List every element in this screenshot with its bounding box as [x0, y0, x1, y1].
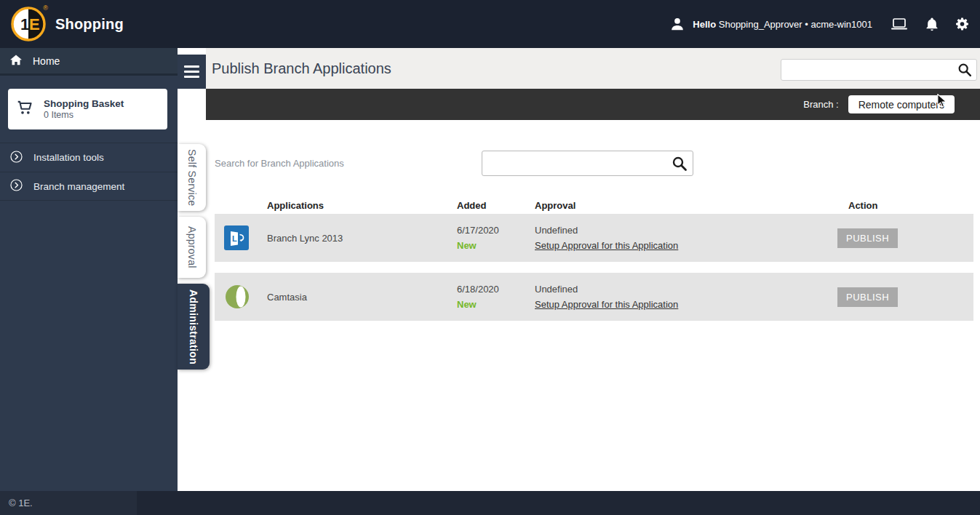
application-name: Camtasia	[267, 292, 457, 303]
greeting-user: Shopping_Approver • acme-win1001	[716, 19, 872, 30]
sidebar-item-label: Branch management	[33, 181, 124, 192]
user-icon	[669, 16, 685, 32]
svg-text:E: E	[29, 15, 40, 33]
header-search-box	[781, 59, 977, 81]
status-badge: New	[457, 240, 535, 251]
registered-mark: ®	[43, 4, 48, 12]
page-header: Publish Branch Applications	[206, 48, 980, 89]
gear-icon[interactable]	[955, 17, 970, 31]
publish-button[interactable]: PUBLISH	[837, 228, 898, 248]
approval-cell: Undefined Setup Approval for this Applic…	[535, 225, 834, 251]
col-applications: Applications	[267, 200, 457, 211]
branch-app-search-box	[482, 151, 693, 176]
app-title: Shopping	[55, 16, 124, 33]
shopping-basket-card[interactable]: Shopping Basket 0 Items	[8, 89, 167, 129]
sidebar-item-installation-tools[interactable]: Installation tools	[0, 143, 178, 172]
greeting-hello: Hello	[693, 19, 716, 30]
action-cell: PUBLISH	[834, 287, 973, 307]
tab-self-service[interactable]: Self Service	[178, 144, 206, 211]
home-icon	[9, 54, 23, 68]
sidebar-item-label: Installation tools	[33, 152, 104, 163]
table-header-row: Applications Added Approval Action	[215, 196, 973, 214]
status-badge: New	[457, 299, 535, 310]
sidebar-home-label: Home	[33, 55, 60, 67]
1e-logo-icon[interactable]: 1 E ®	[10, 6, 47, 42]
topbar: 1 E ® Shopping Hello Shopping_Approver •…	[0, 0, 980, 48]
setup-approval-link[interactable]: Setup Approval for this Application	[535, 299, 834, 310]
sidebar: Home Shopping Basket 0 Items	[0, 48, 178, 491]
action-cell: PUBLISH	[834, 228, 973, 248]
added-date: 6/17/2020	[457, 225, 535, 236]
sidebar-item-branch-management[interactable]: Branch management	[0, 172, 178, 201]
laptop-icon[interactable]	[890, 16, 909, 32]
approval-cell: Undefined Setup Approval for this Applic…	[535, 284, 834, 310]
page-title: Publish Branch Applications	[212, 60, 391, 77]
col-added: Added	[457, 200, 535, 211]
basket-text: Shopping Basket 0 Items	[44, 98, 124, 120]
app-window: 1 E ® Shopping Hello Shopping_Approver •…	[0, 0, 980, 515]
application-name: Branch Lync 2013	[267, 233, 457, 244]
cart-icon	[16, 98, 35, 120]
basket-items-count: 0 Items	[44, 110, 124, 120]
topbar-right: Hello Shopping_Approver • acme-win1001	[669, 16, 970, 32]
tab-approval[interactable]: Approval	[178, 217, 206, 278]
camtasia-icon	[215, 284, 267, 310]
tab-administration[interactable]: Administration	[178, 284, 210, 370]
chevron-circle-icon	[9, 178, 23, 194]
search-icon[interactable]	[957, 62, 973, 78]
chevron-circle-icon	[9, 150, 23, 166]
bell-icon[interactable]	[925, 16, 939, 32]
setup-approval-link[interactable]: Setup Approval for this Application	[535, 240, 834, 251]
svg-text:L: L	[232, 234, 237, 243]
sidebar-menu: Installation tools Branch management	[0, 143, 178, 201]
search-icon[interactable]	[671, 155, 688, 172]
branch-app-search-input[interactable]	[482, 158, 671, 169]
sidebar-item-home[interactable]: Home	[0, 48, 178, 76]
col-approval: Approval	[535, 200, 834, 211]
added-cell: 6/18/2020 New	[457, 284, 535, 310]
branch-toolbar: Branch : Remote computers	[206, 89, 980, 120]
user-greeting: Hello Shopping_Approver • acme-win1001	[693, 19, 872, 30]
header-search-input[interactable]	[781, 64, 957, 76]
branch-label: Branch :	[803, 99, 838, 110]
added-date: 6/18/2020	[457, 284, 535, 295]
table-row: L Branch Lync 2013 6/17/2020 New Undefin…	[215, 214, 973, 262]
basket-title: Shopping Basket	[44, 98, 124, 109]
branch-selector-button[interactable]: Remote computers	[848, 95, 955, 113]
approval-status: Undefined	[535, 225, 834, 236]
svg-text:1: 1	[20, 15, 29, 33]
branch-app-search-label: Search for Branch Applications	[215, 158, 344, 169]
main-panel: Publish Branch Applications Branch : Rem…	[206, 48, 980, 491]
col-action: Action	[834, 200, 973, 211]
lync-icon: L	[215, 225, 267, 250]
footer-copyright: © 1E.	[0, 491, 137, 515]
added-cell: 6/17/2020 New	[457, 225, 535, 251]
publish-button[interactable]: PUBLISH	[837, 287, 898, 307]
content-area: Search for Branch Applications Applicati…	[206, 120, 980, 491]
table-row: Camtasia 6/18/2020 New Undefined Setup A…	[215, 273, 973, 321]
hamburger-icon[interactable]	[178, 55, 206, 89]
approval-status: Undefined	[535, 284, 834, 295]
applications-table: Applications Added Approval Action L	[215, 196, 973, 321]
footer: © 1E.	[0, 491, 980, 515]
vertical-tab-column: Self Service Approval Administration	[178, 48, 206, 491]
